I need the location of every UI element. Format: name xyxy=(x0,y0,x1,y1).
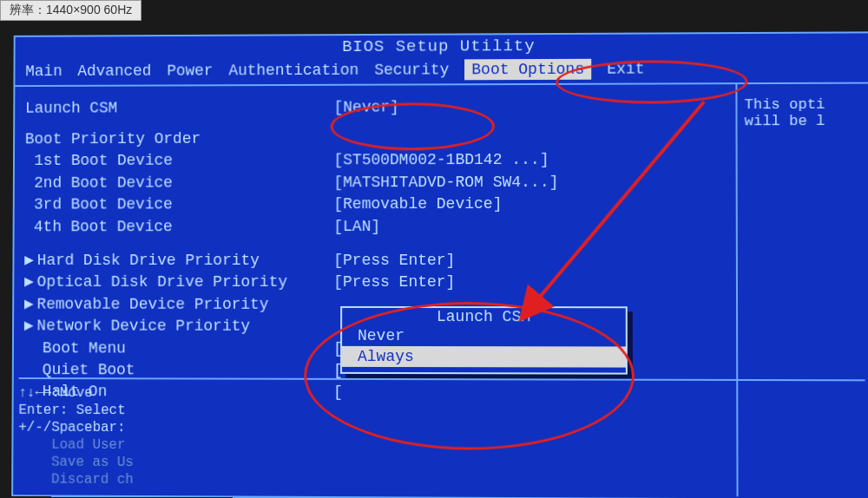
tab-power[interactable]: Power xyxy=(167,62,213,80)
submenu-hdd-priority[interactable]: ▶Hard Disk Drive Priority [Press Enter] xyxy=(24,251,726,272)
optical-priority-value: [Press Enter] xyxy=(333,272,726,293)
removable-priority-label: Removable Device Priority xyxy=(37,295,269,312)
boot4-label: 4th Boot Device xyxy=(24,217,333,237)
help-line-2: will be l xyxy=(745,113,863,129)
launch-csm-label: Launch CSM xyxy=(25,98,334,119)
tab-authentication[interactable]: Authentication xyxy=(228,62,358,79)
bios-screen: BIOS Setup Utility Main Advanced Power A… xyxy=(3,23,868,498)
tab-boot-options[interactable]: Boot Options xyxy=(464,59,591,81)
boot-device-4[interactable]: 4th Boot Device [LAN] xyxy=(24,216,725,237)
boot3-label: 3rd Boot Device xyxy=(24,194,333,215)
boot3-value: [Removable Device] xyxy=(333,194,725,215)
optical-priority-label: Optical Disk Drive Priority xyxy=(37,273,287,291)
popup-option-always[interactable]: Always xyxy=(342,346,626,368)
boot2-value: [MATSHITADVD-ROM SW4...] xyxy=(333,172,725,193)
boot-device-1[interactable]: 1st Boot Device [ST500DM002-1BD142 ...] xyxy=(25,150,726,172)
boot-device-2[interactable]: 2nd Boot Device [MATSHITADVD-ROM SW4...] xyxy=(25,172,726,193)
triangle-icon: ▶ xyxy=(24,273,34,291)
submenu-optical-priority[interactable]: ▶Optical Disk Drive Priority [Press Ente… xyxy=(24,272,726,293)
triangle-icon: ▶ xyxy=(24,252,34,269)
boot1-value: [ST500DM002-1BD142 ...] xyxy=(333,150,725,171)
boot-priority-header: Boot Priority Order xyxy=(25,129,726,148)
popup-title: Launch CSM xyxy=(431,308,536,325)
triangle-icon: ▶ xyxy=(24,318,34,335)
hint-move: ↑↓←→:Move xyxy=(19,384,865,404)
boot2-label: 2nd Boot Device xyxy=(25,173,334,193)
menu-bar: Main Advanced Power Authentication Secur… xyxy=(15,56,868,85)
tab-security[interactable]: Security xyxy=(374,61,449,78)
boot-device-3[interactable]: 3rd Boot Device [Removable Device] xyxy=(24,194,725,215)
triangle-icon: ▶ xyxy=(24,295,34,312)
hdd-priority-label: Hard Disk Drive Priority xyxy=(37,252,260,269)
tab-main[interactable]: Main xyxy=(25,62,62,80)
help-pane: This opti will be l ↑↓←→:Move Enter: Sel… xyxy=(737,84,868,497)
boot1-label: 1st Boot Device xyxy=(25,151,334,172)
tab-advanced[interactable]: Advanced xyxy=(77,62,151,80)
launch-csm-popup: Launch CSM Never Always xyxy=(340,306,628,375)
key-hints: ↑↓←→:Move Enter: Select +/-/Spacebar: Lo… xyxy=(18,377,865,492)
boot4-value: [LAN] xyxy=(333,216,725,237)
popup-option-never[interactable]: Never xyxy=(342,325,626,347)
bios-title: BIOS Setup Utility xyxy=(16,33,868,59)
network-priority-label: Network Device Priority xyxy=(36,318,250,335)
monitor-resolution-label: 辨率：1440×900 60Hz xyxy=(0,0,141,21)
hdd-priority-value: [Press Enter] xyxy=(333,251,725,272)
help-line-1: This opti xyxy=(745,96,863,114)
tab-exit[interactable]: Exit xyxy=(607,61,644,78)
launch-csm-value: [Never] xyxy=(334,96,726,118)
launch-csm-row[interactable]: Launch CSM [Never] xyxy=(25,96,725,119)
boot-menu-label: Boot Menu xyxy=(24,338,333,359)
